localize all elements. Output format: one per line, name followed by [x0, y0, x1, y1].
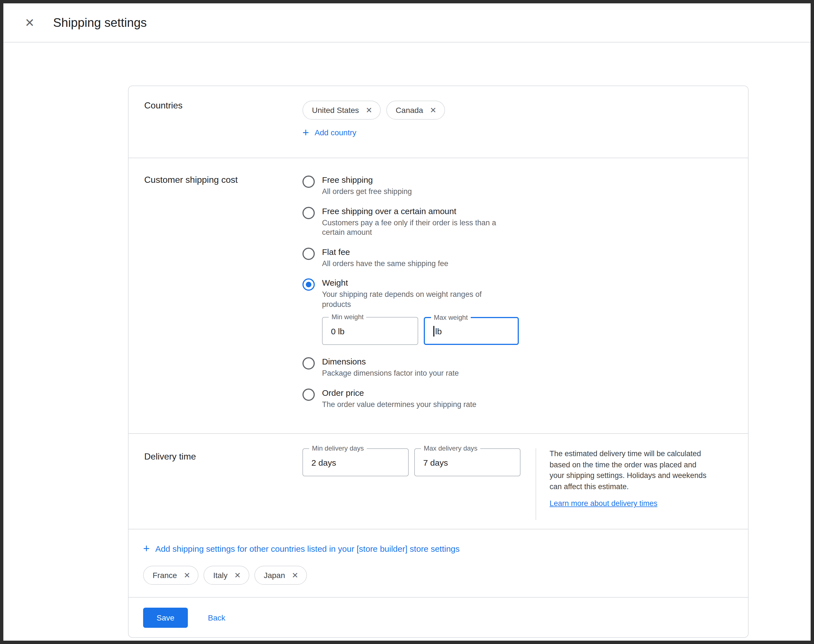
shipping-cost-section: Customer shipping cost Free shipping All…: [129, 158, 748, 434]
remove-chip-icon[interactable]: ✕: [292, 571, 298, 579]
remove-chip-icon[interactable]: ✕: [366, 106, 372, 114]
chip-label: United States: [312, 106, 359, 115]
other-countries-section: + Add shipping settings for other countr…: [129, 529, 748, 598]
weight-fields: Min weight 0 lb Max weight lb: [322, 317, 519, 345]
countries-content: United States ✕ Canada ✕ + Add country: [302, 101, 445, 158]
min-delivery-days-value: 2 days: [303, 449, 408, 476]
chip-label: Japan: [264, 571, 285, 580]
radio-option-description: Package dimensions factor into your rate: [322, 369, 459, 379]
chip-france[interactable]: France ✕: [143, 566, 199, 585]
radio-icon[interactable]: [302, 176, 315, 188]
chip-label: France: [153, 571, 177, 580]
learn-more-link[interactable]: Learn more about delivery times: [550, 500, 658, 508]
radio-option-text: Dimensions Package dimensions factor int…: [322, 357, 459, 379]
add-other-countries-button[interactable]: + Add shipping settings for other countr…: [143, 543, 460, 554]
delivery-time-content: Min delivery days 2 days Max delivery da…: [302, 448, 709, 529]
radio-option-text: Order price The order value determines y…: [322, 388, 476, 409]
radio-option-description: Your shipping rate depends on weight ran…: [322, 290, 507, 309]
max-weight-field-value: lb: [425, 318, 518, 344]
delivery-time-section: Delivery time Min delivery days 2 days M…: [129, 434, 748, 529]
radio-icon[interactable]: [302, 207, 315, 219]
max-delivery-days-field[interactable]: Max delivery days 7 days: [414, 448, 521, 476]
delivery-note: The estimated delivery time will be calc…: [536, 448, 709, 520]
radio-icon-selected[interactable]: [302, 278, 315, 291]
max-delivery-days-value: 7 days: [415, 449, 520, 476]
chip-italy[interactable]: Italy ✕: [204, 566, 249, 585]
max-delivery-days-label: Max delivery days: [421, 445, 480, 452]
countries-label: Countries: [129, 101, 302, 158]
radio-option-text: Free shipping All orders get free shippi…: [322, 175, 412, 196]
chip-canada[interactable]: Canada ✕: [386, 101, 445, 120]
radio-option-free-over-amount[interactable]: Free shipping over a certain amount Cust…: [302, 206, 519, 237]
text-caret: [433, 326, 434, 337]
chip-united-states[interactable]: United States ✕: [302, 101, 381, 120]
other-country-chips: France ✕ Italy ✕ Japan ✕: [143, 566, 748, 585]
radio-option-description: Customers pay a fee only if their order …: [322, 218, 507, 237]
radio-option-description: The order value determines your shipping…: [322, 400, 476, 409]
remove-chip-icon[interactable]: ✕: [430, 106, 436, 114]
add-country-label: Add country: [314, 128, 356, 137]
radio-option-label: Flat fee: [322, 247, 448, 256]
min-delivery-days-field[interactable]: Min delivery days 2 days: [302, 448, 409, 476]
footer-actions: Save Back: [129, 598, 748, 637]
radio-option-description: All orders get free shipping: [322, 187, 412, 196]
radio-option-label: Free shipping: [322, 175, 412, 184]
min-weight-field-value: 0 lb: [323, 318, 418, 345]
countries-section: Countries United States ✕ Canada ✕ +: [129, 86, 748, 158]
shipping-cost-label: Customer shipping cost: [129, 175, 302, 433]
chip-label: Italy: [213, 571, 228, 580]
min-delivery-days-label: Min delivery days: [309, 445, 366, 452]
radio-option-label: Weight: [322, 278, 519, 287]
add-other-countries-label: Add shipping settings for other countrie…: [155, 544, 460, 553]
delivery-note-text: The estimated delivery time will be calc…: [550, 448, 709, 492]
radio-option-label: Free shipping over a certain amount: [322, 206, 507, 216]
radio-option-label: Dimensions: [322, 357, 459, 366]
radio-icon[interactable]: [302, 357, 315, 370]
radio-option-flat-fee[interactable]: Flat fee All orders have the same shippi…: [302, 247, 519, 268]
shipping-settings-dialog: ✕ Shipping settings Countries United Sta…: [0, 0, 814, 644]
radio-option-free-shipping[interactable]: Free shipping All orders get free shippi…: [302, 175, 519, 196]
radio-option-text: Free shipping over a certain amount Cust…: [322, 206, 507, 237]
radio-option-description: All orders have the same shipping fee: [322, 259, 448, 268]
min-weight-field-label: Min weight: [329, 313, 366, 321]
chip-label: Canada: [396, 106, 423, 115]
delivery-fields: Min delivery days 2 days Max delivery da…: [302, 448, 521, 476]
remove-chip-icon[interactable]: ✕: [234, 571, 241, 579]
chip-japan[interactable]: Japan ✕: [254, 566, 307, 585]
radio-option-order-price[interactable]: Order price The order value determines y…: [302, 388, 519, 409]
delivery-time-label: Delivery time: [129, 448, 302, 529]
page-title: Shipping settings: [53, 15, 147, 30]
min-weight-field[interactable]: Min weight 0 lb: [322, 317, 418, 345]
add-country-button[interactable]: + Add country: [302, 127, 356, 138]
shipping-cost-options: Free shipping All orders get free shippi…: [302, 175, 519, 433]
settings-card: Countries United States ✕ Canada ✕ +: [128, 86, 749, 638]
dialog-header: ✕ Shipping settings: [3, 3, 811, 43]
back-button[interactable]: Back: [208, 613, 225, 622]
save-button[interactable]: Save: [143, 607, 188, 627]
radio-option-label: Order price: [322, 388, 476, 397]
close-icon[interactable]: ✕: [22, 15, 37, 31]
radio-option-weight[interactable]: Weight Your shipping rate depends on wei…: [302, 278, 519, 347]
plus-icon: +: [143, 543, 150, 554]
radio-option-dimensions[interactable]: Dimensions Package dimensions factor int…: [302, 357, 519, 379]
max-weight-field[interactable]: Max weight lb: [424, 317, 519, 345]
country-chips: United States ✕ Canada ✕: [302, 101, 445, 120]
max-weight-field-label: Max weight: [431, 314, 471, 322]
plus-icon: +: [302, 127, 309, 138]
radio-option-text: Flat fee All orders have the same shippi…: [322, 247, 448, 268]
remove-chip-icon[interactable]: ✕: [184, 571, 190, 579]
radio-icon[interactable]: [302, 247, 315, 260]
radio-icon[interactable]: [302, 388, 315, 401]
radio-option-text: Weight Your shipping rate depends on wei…: [322, 278, 519, 347]
